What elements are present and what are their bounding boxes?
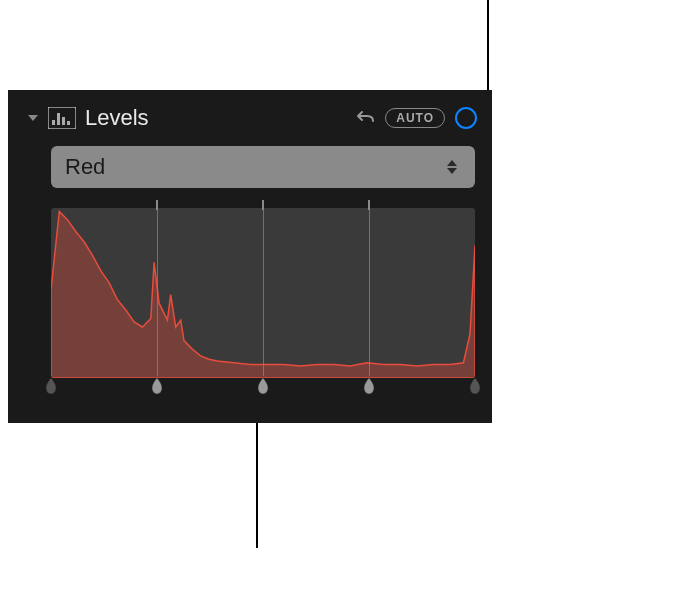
chevron-down-icon: [26, 111, 40, 125]
undo-icon: [356, 108, 376, 128]
auto-button[interactable]: AUTO: [385, 108, 445, 128]
levels-handle-4[interactable]: [468, 377, 482, 395]
levels-icon: [47, 105, 77, 131]
enable-toggle[interactable]: [455, 107, 477, 129]
svg-rect-4: [67, 121, 70, 125]
levels-panel: Levels AUTO Red: [8, 90, 492, 423]
channel-popup-label: Red: [65, 154, 443, 180]
levels-handle-0[interactable]: [44, 377, 58, 395]
levels-handle-1[interactable]: [150, 377, 164, 395]
gridline: [263, 210, 264, 376]
svg-rect-2: [57, 113, 60, 125]
gridline: [369, 210, 370, 376]
svg-rect-1: [52, 120, 55, 125]
stepper-icon: [443, 159, 461, 175]
levels-handle-2[interactable]: [256, 377, 270, 395]
callout-line-bottom: [256, 413, 258, 548]
gridline-notch: [156, 200, 158, 210]
gridline: [157, 210, 158, 376]
undo-button[interactable]: [355, 107, 377, 129]
levels-handle-3[interactable]: [362, 377, 376, 395]
histogram-area: [51, 200, 475, 390]
panel-header: Levels AUTO: [23, 100, 477, 136]
gridline-notch: [262, 200, 264, 210]
channel-popup[interactable]: Red: [51, 146, 475, 188]
disclosure-triangle[interactable]: [23, 108, 43, 128]
gridline-notch: [368, 200, 370, 210]
svg-rect-3: [62, 117, 65, 125]
panel-title: Levels: [85, 105, 355, 131]
